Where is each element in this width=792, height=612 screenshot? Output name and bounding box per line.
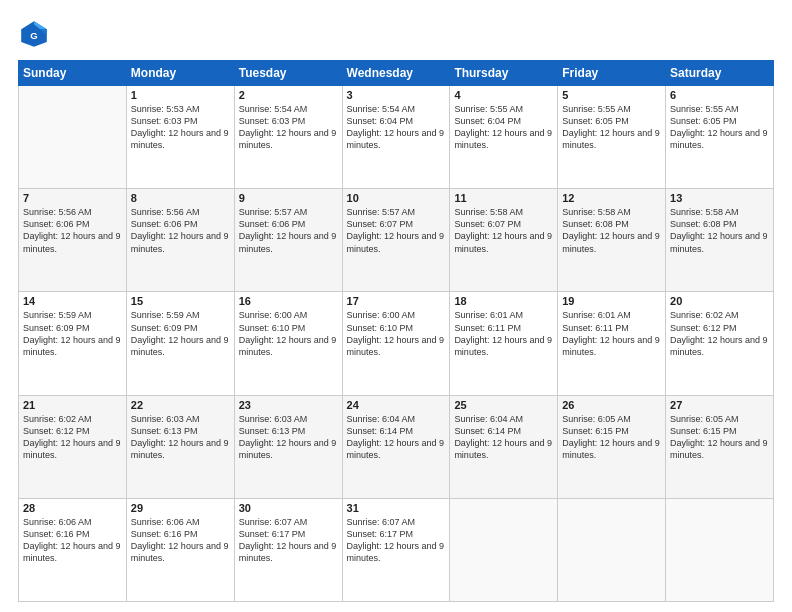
weekday-thursday: Thursday <box>450 61 558 86</box>
day-cell: 18Sunrise: 6:01 AM Sunset: 6:11 PM Dayli… <box>450 292 558 395</box>
day-cell <box>666 498 774 601</box>
day-info: Sunrise: 5:57 AM Sunset: 6:07 PM Dayligh… <box>347 206 446 255</box>
week-row-5: 28Sunrise: 6:06 AM Sunset: 6:16 PM Dayli… <box>19 498 774 601</box>
day-number: 8 <box>131 192 230 204</box>
day-number: 22 <box>131 399 230 411</box>
weekday-tuesday: Tuesday <box>234 61 342 86</box>
day-number: 14 <box>23 295 122 307</box>
day-cell <box>450 498 558 601</box>
day-number: 30 <box>239 502 338 514</box>
day-number: 9 <box>239 192 338 204</box>
day-number: 16 <box>239 295 338 307</box>
day-info: Sunrise: 6:00 AM Sunset: 6:10 PM Dayligh… <box>347 309 446 358</box>
day-number: 24 <box>347 399 446 411</box>
day-cell: 27Sunrise: 6:05 AM Sunset: 6:15 PM Dayli… <box>666 395 774 498</box>
day-info: Sunrise: 6:06 AM Sunset: 6:16 PM Dayligh… <box>131 516 230 565</box>
weekday-sunday: Sunday <box>19 61 127 86</box>
day-info: Sunrise: 5:54 AM Sunset: 6:03 PM Dayligh… <box>239 103 338 152</box>
day-cell: 17Sunrise: 6:00 AM Sunset: 6:10 PM Dayli… <box>342 292 450 395</box>
day-cell: 23Sunrise: 6:03 AM Sunset: 6:13 PM Dayli… <box>234 395 342 498</box>
weekday-saturday: Saturday <box>666 61 774 86</box>
day-number: 28 <box>23 502 122 514</box>
day-info: Sunrise: 6:04 AM Sunset: 6:14 PM Dayligh… <box>347 413 446 462</box>
day-cell: 25Sunrise: 6:04 AM Sunset: 6:14 PM Dayli… <box>450 395 558 498</box>
day-cell: 31Sunrise: 6:07 AM Sunset: 6:17 PM Dayli… <box>342 498 450 601</box>
day-number: 1 <box>131 89 230 101</box>
day-info: Sunrise: 5:58 AM Sunset: 6:07 PM Dayligh… <box>454 206 553 255</box>
day-cell: 19Sunrise: 6:01 AM Sunset: 6:11 PM Dayli… <box>558 292 666 395</box>
day-info: Sunrise: 5:56 AM Sunset: 6:06 PM Dayligh… <box>23 206 122 255</box>
day-info: Sunrise: 6:07 AM Sunset: 6:17 PM Dayligh… <box>239 516 338 565</box>
weekday-friday: Friday <box>558 61 666 86</box>
day-cell: 13Sunrise: 5:58 AM Sunset: 6:08 PM Dayli… <box>666 189 774 292</box>
day-number: 5 <box>562 89 661 101</box>
day-number: 23 <box>239 399 338 411</box>
header: G <box>18 18 774 50</box>
day-info: Sunrise: 6:04 AM Sunset: 6:14 PM Dayligh… <box>454 413 553 462</box>
day-info: Sunrise: 6:02 AM Sunset: 6:12 PM Dayligh… <box>23 413 122 462</box>
day-info: Sunrise: 5:54 AM Sunset: 6:04 PM Dayligh… <box>347 103 446 152</box>
day-cell: 5Sunrise: 5:55 AM Sunset: 6:05 PM Daylig… <box>558 86 666 189</box>
day-number: 17 <box>347 295 446 307</box>
day-cell: 1Sunrise: 5:53 AM Sunset: 6:03 PM Daylig… <box>126 86 234 189</box>
day-number: 26 <box>562 399 661 411</box>
day-info: Sunrise: 6:05 AM Sunset: 6:15 PM Dayligh… <box>670 413 769 462</box>
day-number: 3 <box>347 89 446 101</box>
day-number: 11 <box>454 192 553 204</box>
day-number: 19 <box>562 295 661 307</box>
day-info: Sunrise: 6:01 AM Sunset: 6:11 PM Dayligh… <box>562 309 661 358</box>
week-row-3: 14Sunrise: 5:59 AM Sunset: 6:09 PM Dayli… <box>19 292 774 395</box>
day-cell: 26Sunrise: 6:05 AM Sunset: 6:15 PM Dayli… <box>558 395 666 498</box>
day-info: Sunrise: 5:59 AM Sunset: 6:09 PM Dayligh… <box>131 309 230 358</box>
day-number: 29 <box>131 502 230 514</box>
weekday-header-row: SundayMondayTuesdayWednesdayThursdayFrid… <box>19 61 774 86</box>
day-cell: 24Sunrise: 6:04 AM Sunset: 6:14 PM Dayli… <box>342 395 450 498</box>
weekday-monday: Monday <box>126 61 234 86</box>
day-info: Sunrise: 5:59 AM Sunset: 6:09 PM Dayligh… <box>23 309 122 358</box>
day-number: 12 <box>562 192 661 204</box>
day-info: Sunrise: 6:07 AM Sunset: 6:17 PM Dayligh… <box>347 516 446 565</box>
day-cell <box>558 498 666 601</box>
day-info: Sunrise: 5:56 AM Sunset: 6:06 PM Dayligh… <box>131 206 230 255</box>
logo-icon: G <box>18 18 50 50</box>
day-cell: 9Sunrise: 5:57 AM Sunset: 6:06 PM Daylig… <box>234 189 342 292</box>
week-row-2: 7Sunrise: 5:56 AM Sunset: 6:06 PM Daylig… <box>19 189 774 292</box>
day-info: Sunrise: 5:53 AM Sunset: 6:03 PM Dayligh… <box>131 103 230 152</box>
day-info: Sunrise: 5:55 AM Sunset: 6:05 PM Dayligh… <box>670 103 769 152</box>
day-cell: 29Sunrise: 6:06 AM Sunset: 6:16 PM Dayli… <box>126 498 234 601</box>
day-cell: 7Sunrise: 5:56 AM Sunset: 6:06 PM Daylig… <box>19 189 127 292</box>
day-cell: 22Sunrise: 6:03 AM Sunset: 6:13 PM Dayli… <box>126 395 234 498</box>
day-cell: 16Sunrise: 6:00 AM Sunset: 6:10 PM Dayli… <box>234 292 342 395</box>
day-cell: 28Sunrise: 6:06 AM Sunset: 6:16 PM Dayli… <box>19 498 127 601</box>
day-cell: 15Sunrise: 5:59 AM Sunset: 6:09 PM Dayli… <box>126 292 234 395</box>
day-cell: 3Sunrise: 5:54 AM Sunset: 6:04 PM Daylig… <box>342 86 450 189</box>
calendar-table: SundayMondayTuesdayWednesdayThursdayFrid… <box>18 60 774 602</box>
day-info: Sunrise: 5:55 AM Sunset: 6:04 PM Dayligh… <box>454 103 553 152</box>
day-cell: 10Sunrise: 5:57 AM Sunset: 6:07 PM Dayli… <box>342 189 450 292</box>
day-cell: 6Sunrise: 5:55 AM Sunset: 6:05 PM Daylig… <box>666 86 774 189</box>
day-info: Sunrise: 6:05 AM Sunset: 6:15 PM Dayligh… <box>562 413 661 462</box>
day-number: 4 <box>454 89 553 101</box>
day-number: 31 <box>347 502 446 514</box>
page: G SundayMondayTuesdayWednesdayThursdayFr… <box>0 0 792 612</box>
day-cell: 4Sunrise: 5:55 AM Sunset: 6:04 PM Daylig… <box>450 86 558 189</box>
day-cell: 8Sunrise: 5:56 AM Sunset: 6:06 PM Daylig… <box>126 189 234 292</box>
day-info: Sunrise: 6:02 AM Sunset: 6:12 PM Dayligh… <box>670 309 769 358</box>
day-number: 20 <box>670 295 769 307</box>
day-cell: 21Sunrise: 6:02 AM Sunset: 6:12 PM Dayli… <box>19 395 127 498</box>
weekday-wednesday: Wednesday <box>342 61 450 86</box>
day-cell: 12Sunrise: 5:58 AM Sunset: 6:08 PM Dayli… <box>558 189 666 292</box>
day-cell: 30Sunrise: 6:07 AM Sunset: 6:17 PM Dayli… <box>234 498 342 601</box>
day-info: Sunrise: 5:58 AM Sunset: 6:08 PM Dayligh… <box>562 206 661 255</box>
day-info: Sunrise: 5:58 AM Sunset: 6:08 PM Dayligh… <box>670 206 769 255</box>
day-cell: 11Sunrise: 5:58 AM Sunset: 6:07 PM Dayli… <box>450 189 558 292</box>
svg-text:G: G <box>30 30 37 41</box>
day-number: 13 <box>670 192 769 204</box>
day-info: Sunrise: 6:01 AM Sunset: 6:11 PM Dayligh… <box>454 309 553 358</box>
day-cell: 14Sunrise: 5:59 AM Sunset: 6:09 PM Dayli… <box>19 292 127 395</box>
day-number: 25 <box>454 399 553 411</box>
week-row-4: 21Sunrise: 6:02 AM Sunset: 6:12 PM Dayli… <box>19 395 774 498</box>
logo: G <box>18 18 54 50</box>
day-cell: 20Sunrise: 6:02 AM Sunset: 6:12 PM Dayli… <box>666 292 774 395</box>
day-info: Sunrise: 5:55 AM Sunset: 6:05 PM Dayligh… <box>562 103 661 152</box>
